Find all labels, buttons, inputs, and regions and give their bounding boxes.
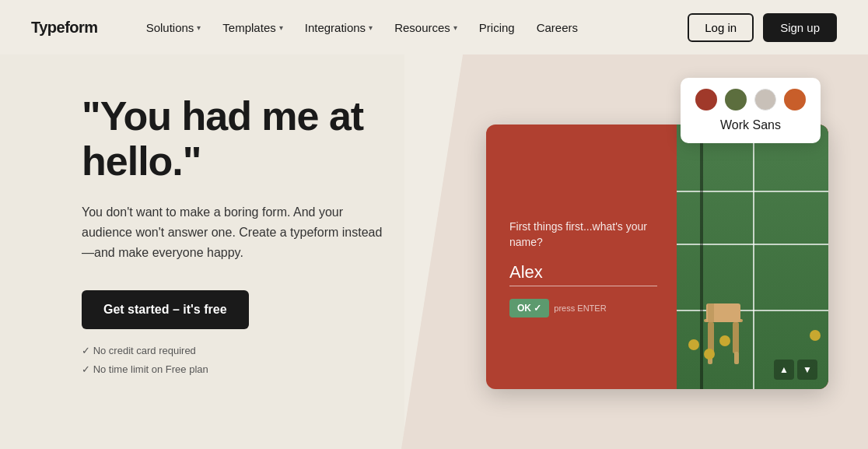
chevron-down-icon: ▾ — [279, 23, 283, 32]
nav-links: Solutions ▾ Templates ▾ Integrations ▾ R… — [137, 15, 688, 40]
hero-subtext: You don't want to make a boring form. An… — [82, 202, 385, 262]
nav-item-integrations[interactable]: Integrations ▾ — [296, 15, 382, 40]
cta-button[interactable]: Get started – it's free — [82, 290, 249, 329]
arrow-down-button[interactable]: ▼ — [797, 360, 817, 380]
chevron-down-icon: ▾ — [197, 23, 201, 32]
nav-actions: Log in Sign up — [688, 13, 837, 42]
login-button[interactable]: Log in — [688, 13, 754, 42]
logo[interactable]: Typeform — [31, 19, 98, 37]
tennis-ball — [719, 335, 730, 346]
arrow-up-icon: ▲ — [779, 364, 789, 375]
nav-item-careers[interactable]: Careers — [527, 15, 587, 40]
chevron-down-icon: ▾ — [369, 23, 373, 32]
form-ok-row: OK ✓ press ENTER — [509, 299, 657, 317]
swatch-olive[interactable] — [725, 89, 747, 110]
chevron-down-icon: ▾ — [453, 23, 457, 32]
hero-right: Work Sans First things first...what's yo… — [486, 86, 828, 389]
arrow-up-button[interactable]: ▲ — [774, 360, 794, 380]
swatch-orange[interactable] — [784, 89, 806, 110]
nav-item-solutions[interactable]: Solutions ▾ — [137, 15, 211, 40]
hero-headline: "You had me at hello." — [82, 93, 439, 184]
tennis-ball — [704, 349, 715, 360]
hero-left: "You had me at hello." You don't want to… — [82, 86, 439, 378]
nav-item-pricing[interactable]: Pricing — [470, 15, 524, 40]
tennis-ball — [688, 339, 699, 350]
svg-rect-2 — [733, 322, 739, 353]
color-picker-popup: Work Sans — [681, 78, 821, 143]
swatch-gray[interactable] — [754, 89, 776, 110]
form-card-inner: First things first...what's your name? A… — [486, 125, 681, 389]
form-input-value[interactable]: Alex — [509, 262, 657, 282]
cta-note-2: No time limit on Free plan — [82, 360, 439, 378]
chair-shape — [692, 296, 754, 366]
svg-rect-4 — [708, 303, 714, 322]
swatch-brown[interactable] — [695, 89, 717, 110]
color-swatches — [695, 89, 807, 110]
cta-notes: No credit card required No time limit on… — [82, 342, 439, 378]
form-photo — [677, 125, 828, 389]
arrow-down-icon: ▼ — [803, 364, 812, 375]
form-card: First things first...what's your name? A… — [486, 125, 828, 389]
svg-rect-6 — [734, 352, 739, 364]
signup-button[interactable]: Sign up — [763, 13, 837, 42]
nav-item-templates[interactable]: Templates ▾ — [213, 15, 292, 40]
form-ok-button[interactable]: OK ✓ — [509, 299, 549, 317]
hero-section: "You had me at hello." You don't want to… — [0, 54, 868, 389]
tennis-court — [677, 125, 828, 389]
font-label: Work Sans — [695, 118, 807, 132]
form-nav-arrows: ▲ ▼ — [774, 360, 817, 380]
form-enter-hint: press ENTER — [554, 303, 606, 313]
tennis-ball — [810, 330, 821, 341]
nav-item-resources[interactable]: Resources ▾ — [385, 15, 467, 40]
form-input-area: Alex — [509, 262, 657, 286]
form-question: First things first...what's your name? — [509, 219, 657, 250]
navbar: Typeform Solutions ▾ Templates ▾ Integra… — [0, 0, 868, 54]
cta-note-1: No credit card required — [82, 342, 439, 360]
